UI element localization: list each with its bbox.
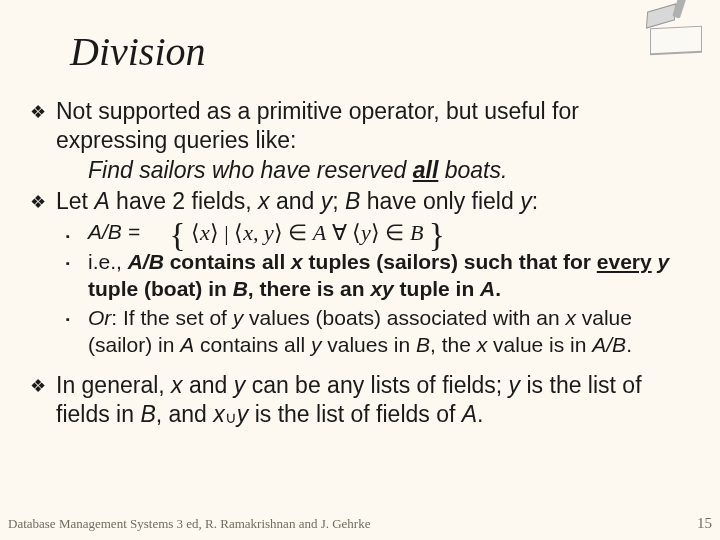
subbullet-3: ▪ Or: If the set of y values (boats) ass… <box>66 305 692 359</box>
bullet-body: Let A have 2 fields, x and y; B have onl… <box>56 187 692 216</box>
var: y <box>658 250 670 273</box>
var: A <box>180 333 194 356</box>
var: y <box>233 306 244 329</box>
var: B <box>233 277 248 300</box>
var: A <box>313 220 326 245</box>
element-of: ∈ <box>385 220 410 245</box>
var: A/B <box>592 333 626 356</box>
footer-text: Database Management Systems 3 ed, R. Ram… <box>8 516 370 531</box>
text: values in <box>321 333 416 356</box>
var: y <box>234 372 246 398</box>
bullet-marker: ❖ <box>30 371 56 430</box>
text: tuple (boat) in <box>88 277 233 300</box>
var: x <box>477 333 488 356</box>
text: Not supported as a primitive operator, b… <box>56 98 579 153</box>
var: B <box>345 188 360 214</box>
var: A <box>94 188 109 214</box>
such-that: | <box>224 220 234 245</box>
subbullet-marker: ▪ <box>66 249 88 303</box>
page-number: 15 <box>697 515 712 532</box>
var: x, y <box>243 220 274 245</box>
brace-close: } <box>429 225 445 245</box>
subbullet-2: ▪ i.e., A/B contains all x tuples (sailo… <box>66 249 692 303</box>
text: , and <box>156 401 214 427</box>
text: Let <box>56 188 94 214</box>
var: xy <box>370 277 393 300</box>
bullet-1: ❖ Not supported as a primitive operator,… <box>30 97 692 185</box>
bullet-marker: ❖ <box>30 187 56 216</box>
angle: ⟨ <box>352 220 361 245</box>
var: x <box>171 372 183 398</box>
brace-open: { <box>169 225 185 245</box>
bullet-2: ❖ Let A have 2 fields, x and y; B have o… <box>30 187 692 216</box>
var: x <box>565 306 576 329</box>
bullet-body: In general, x and y can be any lists of … <box>56 371 692 430</box>
var: x <box>258 188 270 214</box>
var: x <box>213 401 225 427</box>
text: value is in <box>487 333 592 356</box>
keyword-every: every <box>597 250 652 273</box>
var: A <box>462 401 477 427</box>
text: : If the set of <box>111 306 232 329</box>
angle: ⟩ <box>371 220 380 245</box>
slide: Division ❖ Not supported as a primitive … <box>0 0 720 540</box>
text: i.e., <box>88 250 128 273</box>
text: contains all <box>164 250 291 273</box>
var: B <box>140 401 155 427</box>
angle: ⟩ <box>274 220 283 245</box>
var: B <box>416 333 430 356</box>
text: In general, <box>56 372 171 398</box>
text: have only field <box>360 188 520 214</box>
text: ; <box>332 188 345 214</box>
text: tuples (sailors) such that for <box>303 250 597 273</box>
text: Find sailors who have reserved <box>88 157 413 183</box>
union-symbol: ∪ <box>225 409 237 426</box>
text: , there is an <box>248 277 371 300</box>
var: A/B <box>128 250 164 273</box>
subbullet-body: Or: If the set of y values (boats) assoc… <box>88 305 692 359</box>
text: Or <box>88 306 111 329</box>
text: tuple in <box>394 277 480 300</box>
var: y <box>509 372 521 398</box>
text: : <box>532 188 538 214</box>
text: . <box>495 277 501 300</box>
bullet-marker: ❖ <box>30 97 56 185</box>
keyword-all: all <box>413 157 439 183</box>
var: y <box>321 188 333 214</box>
text: , the <box>430 333 477 356</box>
angle: ⟨ <box>191 220 200 245</box>
slide-content: ❖ Not supported as a primitive operator,… <box>28 97 692 430</box>
var: y <box>237 401 249 427</box>
subbullet-body: A/B = { ⟨x⟩ | ⟨x, y⟩ ∈ A ∀ ⟨y⟩ ∈ B } <box>88 219 692 248</box>
text: values (boats) associated with an <box>243 306 565 329</box>
element-of: ∈ <box>288 220 313 245</box>
slide-title: Division <box>70 28 692 75</box>
subbullet-1: ▪ A/B = { ⟨x⟩ | ⟨x, y⟩ ∈ A ∀ ⟨y⟩ ∈ B } <box>66 219 692 248</box>
text: have 2 fields, <box>110 188 258 214</box>
bullet-3: ❖ In general, x and y can be any lists o… <box>30 371 692 430</box>
subbullet-body: i.e., A/B contains all x tuples (sailors… <box>88 249 692 303</box>
text: boats. <box>438 157 507 183</box>
brick-trowel-graphic <box>618 0 702 56</box>
angle: ⟨ <box>234 220 243 245</box>
subbullet-marker: ▪ <box>66 305 88 359</box>
subbullet-marker: ▪ <box>66 222 88 243</box>
forall: ∀ <box>332 220 353 245</box>
var: x <box>200 220 210 245</box>
bullet-body: Not supported as a primitive operator, b… <box>56 97 692 185</box>
text: contains all <box>194 333 311 356</box>
footer: Database Management Systems 3 ed, R. Ram… <box>8 516 712 532</box>
text: . <box>626 333 632 356</box>
var: x <box>291 250 303 273</box>
text: and <box>183 372 234 398</box>
var: y <box>361 220 371 245</box>
var: B <box>410 220 423 245</box>
division-label: A/B = <box>88 220 146 243</box>
angle: ⟩ <box>210 220 219 245</box>
text: and <box>270 188 321 214</box>
var: A <box>480 277 495 300</box>
text: can be any lists of fields; <box>245 372 508 398</box>
text: is the list of fields of <box>248 401 461 427</box>
text: . <box>477 401 483 427</box>
var: y <box>311 333 322 356</box>
